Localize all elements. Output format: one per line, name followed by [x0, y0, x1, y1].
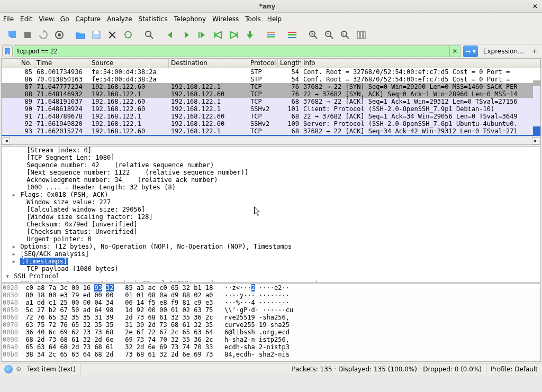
restart-capture-icon[interactable] — [36, 28, 51, 42]
detail-line[interactable]: [Calculated window size: 29056] — [3, 206, 539, 213]
zoom-reset-icon[interactable]: 1 — [338, 28, 353, 42]
capture-options-icon[interactable] — [52, 28, 67, 42]
zoom-out-icon[interactable] — [322, 28, 337, 42]
packet-row[interactable]: 9071.648618924192.168.122.60192.168.122.… — [2, 105, 540, 113]
hscroll-right-icon[interactable]: ▸ — [532, 137, 539, 144]
hex-line[interactable]: 00b0 38 34 2c 65 63 64 68 2d 73 68 61 32… — [3, 351, 539, 358]
hex-line[interactable]: 0040 a1 dd c1 25 00 00 04 34 06 14 f5 e8… — [3, 299, 539, 306]
packet-row[interactable]: 9271.661949820192.168.122.1192.168.122.6… — [2, 120, 540, 127]
detail-line[interactable]: Window size value: 227 — [3, 198, 539, 206]
svg-line-30 — [314, 36, 317, 39]
packet-row[interactable]: 8971.648191037192.168.122.60192.168.122.… — [2, 98, 540, 105]
col-time[interactable]: Time — [34, 59, 89, 68]
detail-line[interactable]: ▸ [SEQ/ACK analysis] — [3, 250, 539, 258]
hex-line[interactable]: 0090 68 2d 73 68 61 32 2d 6e 69 73 74 70… — [3, 336, 539, 343]
svg-marker-14 — [185, 32, 189, 38]
first-packet-icon[interactable] — [211, 28, 225, 42]
packet-row[interactable]: 9371.662015274192.168.122.60192.168.122.… — [2, 127, 540, 135]
add-filter-button[interactable]: + — [529, 45, 540, 57]
menu-file[interactable]: File — [3, 15, 14, 23]
detail-line[interactable]: ▸ Flags: 0x018 (PSH, ACK) — [3, 191, 539, 198]
menu-tools[interactable]: Tools — [245, 15, 261, 23]
menu-analyze[interactable]: Analyze — [107, 15, 132, 23]
detail-line[interactable]: ▾ SSH Protocol — [3, 272, 539, 280]
detail-line[interactable]: Urgent pointer: 0 — [3, 235, 539, 243]
detail-line[interactable]: ▸ SSH Version 2 (encryption:chacha20-pol… — [3, 280, 539, 282]
cog-icon[interactable]: ⚙ — [16, 366, 22, 373]
autoscroll-icon[interactable] — [242, 28, 257, 42]
minimap-scroll[interactable] — [533, 68, 540, 136]
detail-line[interactable]: Sequence number: 42 (relative sequence n… — [3, 161, 539, 169]
expression-button[interactable]: Expression… — [479, 45, 528, 57]
col-no[interactable]: No. — [2, 59, 34, 68]
packet-row[interactable]: 8568.001734936fe:54:00:d4:38:2aSTP54Conf… — [2, 68, 540, 76]
hex-line[interactable]: 0020 c0 a8 7a 3c 00 16 93 32 85 a3 ac c0… — [3, 284, 539, 291]
packet-list-hscroll[interactable]: ◂ ▸ — [2, 136, 540, 144]
hex-line[interactable]: 0060 72 76 65 32 35 35 31 39 2d 73 68 61… — [3, 314, 539, 321]
detail-line[interactable]: [Stream index: 0] — [3, 147, 539, 154]
col-dst[interactable]: Destination — [169, 59, 248, 68]
hex-line[interactable]: 0070 63 75 72 76 65 32 35 35 31 39 2d 73… — [3, 321, 539, 329]
save-file-icon[interactable] — [89, 28, 104, 42]
detail-line[interactable]: 1000 .... = Header Length: 32 bytes (8) — [3, 184, 539, 191]
filter-bookmark-icon[interactable] — [2, 45, 13, 57]
find-packet-icon[interactable] — [142, 28, 157, 42]
rules-icon[interactable] — [285, 28, 300, 42]
menu-wireless[interactable]: Wireless — [212, 15, 239, 23]
expert-info-icon[interactable] — [4, 365, 13, 373]
zoom-in-icon[interactable] — [306, 28, 321, 42]
hscroll-left-icon[interactable]: ◂ — [3, 137, 10, 144]
packet-details-pane[interactable]: [Stream index: 0] [TCP Segment Len: 1080… — [1, 146, 541, 282]
menu-statistics[interactable]: Statistics — [139, 15, 168, 23]
status-profile-text[interactable]: Profile: Default — [491, 366, 538, 373]
close-file-icon[interactable] — [105, 28, 120, 42]
svg-marker-13 — [168, 32, 172, 38]
menu-help[interactable]: Help — [267, 15, 282, 23]
go-to-packet-icon[interactable] — [195, 28, 210, 42]
detail-line[interactable]: ▸ [Timestamps] — [3, 258, 539, 265]
display-filter-input[interactable] — [14, 45, 450, 57]
detail-line[interactable]: Checksum: 0x79ed [unverified] — [3, 221, 539, 228]
col-src[interactable]: Source — [89, 59, 169, 68]
reload-file-icon[interactable] — [121, 28, 136, 42]
hex-line[interactable]: 0030 80 18 00 e3 79 ed 00 00 01 01 08 0a… — [3, 291, 539, 299]
apply-filter-icon[interactable]: → ▾ — [463, 45, 478, 57]
svg-line-34 — [330, 36, 333, 39]
packet-bytes-pane[interactable]: 0020 c0 a8 7a 3c 00 16 93 32 85 a3 ac c0… — [1, 284, 541, 362]
open-file-icon[interactable] — [73, 28, 88, 42]
resize-columns-icon[interactable] — [354, 28, 368, 42]
packet-list-header[interactable]: No. Time Source Destination Protocol Len… — [2, 59, 540, 68]
col-len[interactable]: Length — [278, 59, 301, 68]
detail-line[interactable]: [Next sequence number: 1122 (relative se… — [3, 169, 539, 176]
stop-capture-icon[interactable] — [20, 28, 35, 42]
packet-row[interactable]: 8670.013850163fe:54:00:d4:38:2aSTP54Conf… — [2, 76, 540, 83]
menu-view[interactable]: View — [39, 15, 53, 23]
start-capture-icon[interactable] — [4, 28, 19, 42]
packet-row[interactable]: 8771.647777234192.168.122.60192.168.122.… — [2, 83, 540, 90]
col-proto[interactable]: Protocol — [248, 59, 278, 68]
go-forward-icon[interactable] — [179, 28, 194, 42]
last-packet-icon[interactable] — [227, 28, 241, 42]
col-info[interactable]: Info — [301, 59, 540, 68]
menu-capture[interactable]: Capture — [75, 15, 101, 23]
go-back-icon[interactable] — [163, 28, 178, 42]
close-icon[interactable]: ✕ — [531, 3, 539, 10]
detail-line[interactable]: Acknowledgment number: 34 (relative ack … — [3, 176, 539, 184]
detail-line[interactable]: TCP payload (1080 bytes) — [3, 265, 539, 272]
detail-line[interactable]: [TCP Segment Len: 1080] — [3, 154, 539, 161]
detail-line[interactable]: [Checksum Status: Unverified] — [3, 228, 539, 235]
svg-marker-17 — [215, 32, 221, 38]
packet-row[interactable]: 9171.648789678192.168.122.1192.168.122.6… — [2, 113, 540, 120]
packet-row[interactable]: 8871.648146932192.168.122.1192.168.122.6… — [2, 90, 540, 98]
hex-line[interactable]: 0080 36 40 6c 69 62 73 73 68 2e 6f 72 67… — [3, 329, 539, 336]
hex-line[interactable]: 00a0 65 63 64 68 2d 73 68 61 32 2d 6e 69… — [3, 343, 539, 351]
svg-point-5 — [58, 33, 61, 37]
hex-line[interactable]: 0050 5c 27 b2 67 50 ad 64 98 1d 92 00 00… — [3, 306, 539, 314]
colorize-list-icon[interactable] — [264, 28, 278, 42]
detail-line[interactable]: [Window size scaling factor: 128] — [3, 213, 539, 221]
menu-telephony[interactable]: Telephony — [174, 15, 206, 23]
detail-line[interactable]: ▸ Options: (12 bytes), No-Operation (NOP… — [3, 243, 539, 250]
menu-go[interactable]: Go — [60, 15, 69, 23]
clear-filter-icon[interactable]: ✕ — [450, 45, 460, 57]
menu-edit[interactable]: Edit — [20, 15, 32, 23]
